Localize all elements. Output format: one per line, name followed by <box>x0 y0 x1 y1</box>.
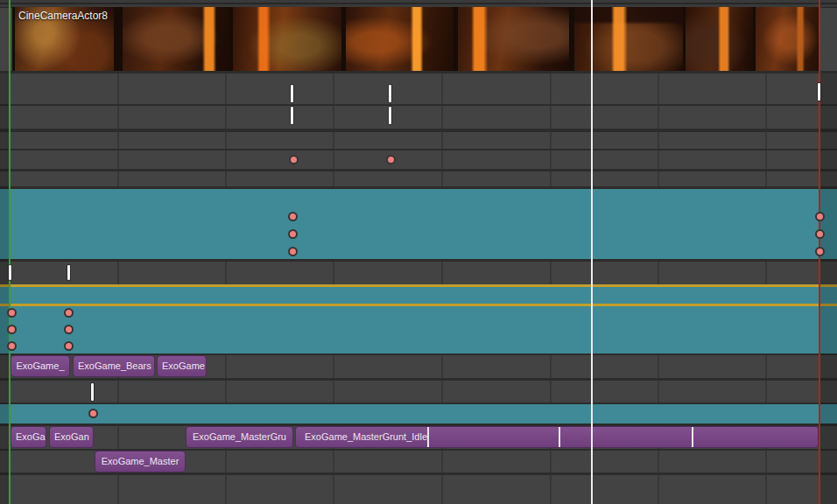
ruler-line <box>0 3 837 4</box>
clip-loop-marker <box>559 427 560 447</box>
camera-thumbnail[interactable] <box>233 7 341 71</box>
keyframe-dot[interactable] <box>815 229 825 239</box>
camera-thumbnail[interactable] <box>123 7 230 71</box>
keyframe-tick[interactable] <box>291 85 293 102</box>
keyframe-dot[interactable] <box>64 308 74 318</box>
pre-range-dim-overlay <box>0 74 9 504</box>
animation-clip[interactable]: ExoGame_ <box>11 355 70 377</box>
keyframe-dot[interactable] <box>64 325 74 334</box>
keyframe-tick[interactable] <box>818 83 820 101</box>
clip-loop-marker <box>427 427 429 447</box>
keyframe-dot[interactable] <box>288 212 298 221</box>
keyframe-dot[interactable] <box>64 341 74 351</box>
keyframe-dot[interactable] <box>7 325 17 334</box>
keyframe-tick[interactable] <box>9 265 11 280</box>
keyframe-dot[interactable] <box>7 341 17 351</box>
track-section-teal-4[interactable] <box>0 404 837 424</box>
keyframe-tick[interactable] <box>291 107 293 124</box>
camera-thumbnail[interactable] <box>346 7 454 71</box>
track-divider <box>0 129 837 132</box>
keyframe-dot[interactable] <box>289 155 299 164</box>
track-divider <box>0 259 837 262</box>
animation-clip[interactable]: ExoGan <box>49 426 94 448</box>
camera-thumbnail[interactable] <box>756 7 819 71</box>
keyframe-dot[interactable] <box>7 308 17 318</box>
keyframe-dot[interactable] <box>815 212 825 221</box>
sequencer-timeline: CineCameraActor8 ExoGame_ ExoGame_Bears … <box>0 0 837 504</box>
track-divider <box>0 378 837 381</box>
playback-start-marker[interactable] <box>9 0 11 504</box>
keyframe-dot[interactable] <box>288 247 298 256</box>
animation-clip[interactable]: ExoGame <box>157 355 207 377</box>
animation-clip[interactable]: ExoGame_MasterGru <box>186 426 293 448</box>
camera-thumbnail[interactable] <box>458 7 569 71</box>
track-divider <box>0 149 837 150</box>
keyframe-dot[interactable] <box>815 247 825 256</box>
animation-clip[interactable]: ExoGame_Bears <box>73 355 155 377</box>
keyframe-tick[interactable] <box>389 107 391 124</box>
keyframe-tick[interactable] <box>67 265 70 280</box>
animation-clip[interactable]: ExoGa <box>11 426 46 448</box>
keyframe-dot[interactable] <box>386 155 396 164</box>
animation-clip[interactable]: ExoGame_MasterGrunt_Idle <box>295 426 819 448</box>
track-section-teal-2[interactable] <box>0 287 837 304</box>
track-divider <box>0 169 837 172</box>
camera-thumbnail[interactable] <box>686 7 753 71</box>
keyframe-dot[interactable] <box>288 229 298 239</box>
camera-actor-label: CineCameraActor8 <box>18 10 108 22</box>
selection-highlight-line <box>0 304 837 306</box>
track-divider <box>0 71 837 74</box>
keyframe-tick[interactable] <box>91 383 94 401</box>
post-range-dim-overlay <box>820 74 837 504</box>
track-section-teal-3[interactable] <box>0 306 837 354</box>
selection-highlight-line <box>0 284 837 287</box>
animation-clip[interactable]: ExoGame_Master <box>95 451 186 472</box>
playhead[interactable] <box>591 0 593 504</box>
clip-loop-marker <box>692 427 693 447</box>
keyframe-dot[interactable] <box>88 409 98 418</box>
track-divider <box>0 104 837 106</box>
track-divider <box>0 472 837 475</box>
keyframe-tick[interactable] <box>389 85 391 102</box>
track-section-teal-1[interactable] <box>0 189 837 259</box>
